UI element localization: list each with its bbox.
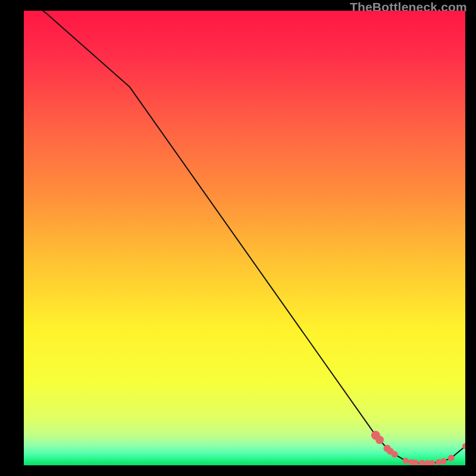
marker-point — [440, 458, 446, 464]
chart-overlay — [24, 11, 465, 465]
line-series — [24, 11, 465, 463]
plot-area — [24, 11, 465, 465]
curve-path — [24, 11, 465, 463]
marker-series — [371, 431, 465, 465]
marker-point — [412, 459, 418, 465]
marker-point — [375, 436, 384, 444]
marker-point — [403, 458, 409, 464]
chart-stage: TheBottleneck.com — [0, 0, 476, 476]
marker-point — [429, 460, 435, 465]
marker-point — [448, 455, 455, 461]
marker-point — [392, 451, 398, 458]
